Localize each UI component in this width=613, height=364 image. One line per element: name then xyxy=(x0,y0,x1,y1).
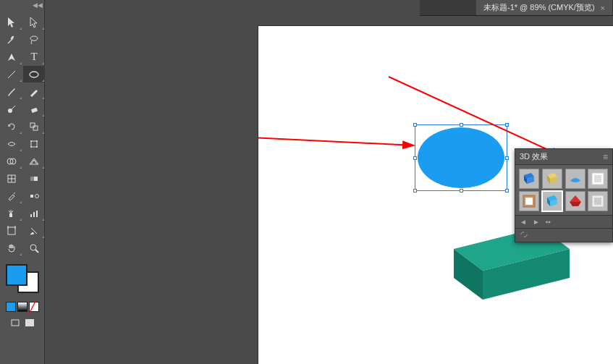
svg-point-28 xyxy=(30,245,36,250)
width-tool[interactable] xyxy=(1,135,22,152)
selection-tool[interactable] xyxy=(1,14,22,30)
svg-point-20 xyxy=(35,194,39,198)
symbol-sprayer-tool[interactable] xyxy=(1,205,22,221)
svg-rect-31 xyxy=(25,319,34,326)
slice-tool[interactable] xyxy=(23,222,45,239)
panel-next-icon[interactable]: ► xyxy=(533,218,540,226)
none-mode-icon[interactable]: ╱ xyxy=(29,302,39,312)
document-title: 未标题-1* @ 89% (CMYK/预览) xyxy=(483,2,595,13)
panel-prev-icon[interactable]: ◄ xyxy=(520,218,527,226)
shape-builder-tool[interactable] xyxy=(1,153,22,169)
svg-line-29 xyxy=(35,250,38,253)
blue-ellipse-shape[interactable] xyxy=(418,127,504,188)
svg-point-10 xyxy=(30,146,32,148)
panel-title: 3D 效果 xyxy=(520,151,548,162)
svg-rect-19 xyxy=(30,195,33,198)
collapse-icon[interactable]: ◀◀ xyxy=(33,1,43,9)
graph-tool[interactable] xyxy=(23,205,45,221)
svg-rect-18 xyxy=(30,177,34,181)
free-transform-tool[interactable] xyxy=(23,135,45,152)
blend-tool[interactable] xyxy=(23,187,45,204)
svg-rect-25 xyxy=(8,227,15,234)
gradient-tool[interactable] xyxy=(23,170,45,187)
shape-tool[interactable] xyxy=(23,66,45,82)
svg-rect-5 xyxy=(30,123,35,127)
scale-tool[interactable] xyxy=(23,118,45,135)
preset-frame-gray[interactable] xyxy=(588,191,608,211)
eraser-tool[interactable] xyxy=(23,101,45,117)
preset-revolve-blue[interactable] xyxy=(565,169,585,189)
panel-menu-icon[interactable]: ≡ xyxy=(603,152,608,162)
svg-rect-60 xyxy=(525,198,533,205)
perspective-grid-tool[interactable] xyxy=(23,153,45,169)
svg-point-2 xyxy=(30,72,38,77)
artboard-tool[interactable] xyxy=(1,222,22,239)
svg-marker-64 xyxy=(570,195,581,202)
blob-brush-tool[interactable] xyxy=(1,101,22,117)
toolbox: ◀◀ T xyxy=(0,0,45,364)
paintbrush-tool[interactable] xyxy=(1,83,22,100)
panel-link-icon[interactable] xyxy=(520,231,528,240)
close-tab-icon[interactable]: × xyxy=(601,4,605,12)
line-tool[interactable] xyxy=(1,66,22,82)
color-mode-icon[interactable] xyxy=(6,302,16,312)
svg-rect-4 xyxy=(31,107,38,112)
svg-point-9 xyxy=(36,140,38,142)
svg-rect-58 xyxy=(594,175,601,182)
preset-extrude-red[interactable] xyxy=(565,191,585,211)
preset-extrude-yellow[interactable] xyxy=(542,169,562,189)
mesh-tool[interactable] xyxy=(1,170,22,187)
svg-rect-23 xyxy=(33,212,35,217)
panel-3d-effects[interactable]: 3D 效果 ≡ ◄ ► ▪▪ xyxy=(515,148,613,242)
pen-tool[interactable] xyxy=(1,48,22,65)
svg-rect-67 xyxy=(594,198,601,205)
svg-rect-21 xyxy=(9,213,12,217)
eyedropper-tool[interactable] xyxy=(1,187,22,204)
direct-selection-tool[interactable] xyxy=(23,14,45,30)
screen-mode-icon[interactable] xyxy=(9,316,22,329)
svg-rect-30 xyxy=(12,320,19,326)
svg-rect-22 xyxy=(30,214,32,217)
preset-extrude-blue[interactable] xyxy=(519,169,539,189)
svg-marker-65 xyxy=(570,202,581,206)
zoom-tool[interactable] xyxy=(23,240,45,256)
svg-point-8 xyxy=(30,140,32,142)
hand-tool[interactable] xyxy=(1,240,22,256)
lasso-tool[interactable] xyxy=(23,31,45,48)
svg-point-11 xyxy=(36,146,38,148)
pencil-tool[interactable] xyxy=(23,83,45,100)
gradient-mode-icon[interactable] xyxy=(17,302,28,312)
svg-point-0 xyxy=(30,36,38,41)
svg-rect-6 xyxy=(33,126,38,130)
fill-stroke-swatch[interactable] xyxy=(6,264,39,293)
svg-rect-24 xyxy=(36,211,38,217)
svg-line-1 xyxy=(8,71,15,78)
document-tab[interactable]: 未标题-1* @ 89% (CMYK/预览) × xyxy=(476,0,613,15)
preset-extrude-cyan[interactable] xyxy=(542,191,562,211)
type-tool[interactable]: T xyxy=(23,48,45,65)
preset-frame-white[interactable] xyxy=(588,169,608,189)
preset-frame-wood[interactable] xyxy=(519,191,539,211)
svg-rect-7 xyxy=(31,141,37,147)
panel-options-icon[interactable]: ▪▪ xyxy=(546,218,551,226)
fill-swatch[interactable] xyxy=(6,264,28,286)
rotate-tool[interactable] xyxy=(1,118,22,135)
magic-wand-tool[interactable] xyxy=(1,31,22,48)
change-screen-mode-icon[interactable] xyxy=(23,316,36,329)
